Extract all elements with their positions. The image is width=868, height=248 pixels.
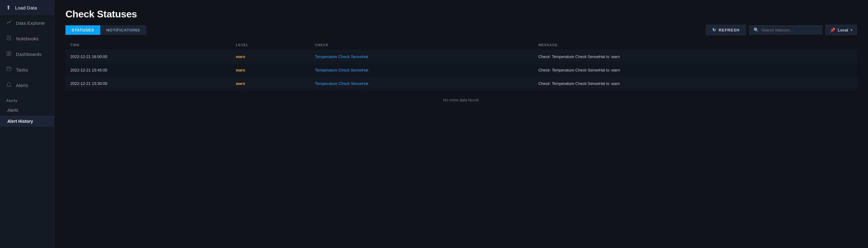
sidebar-item-alerts[interactable]: Alerts: [0, 78, 54, 93]
main-content: Check Statuses STATUSES NOTIFICATIONS ↻ …: [55, 0, 868, 248]
search-box: 🔍: [749, 25, 823, 35]
refresh-button[interactable]: ↻ REFRESH: [706, 25, 746, 35]
explorer-icon: [6, 20, 11, 27]
no-more-data: No more data found.: [65, 91, 857, 110]
cell-message: Check: Temperature Check SenseHat is: wa…: [533, 50, 857, 64]
refresh-icon: ↻: [712, 28, 716, 32]
svg-rect-8: [7, 67, 11, 71]
svg-rect-6: [7, 54, 8, 56]
search-icon: 🔍: [754, 28, 759, 32]
col-header-level: LEVEL: [231, 40, 310, 50]
sidebar-item-dashboards[interactable]: Dashboards: [0, 46, 54, 62]
tasks-icon: [6, 66, 11, 73]
tab-statuses[interactable]: STATUSES: [65, 25, 100, 35]
cell-level: warn: [231, 77, 310, 91]
sidebar: ⬆ Load Data Data Explorer Notebooks: [0, 0, 55, 248]
check-link[interactable]: Temperature Check SenseHat: [315, 55, 368, 59]
cell-check[interactable]: Temperature Check SenseHat: [310, 50, 534, 64]
sidebar-item-label: Alerts: [16, 83, 28, 88]
cell-level: warn: [231, 64, 310, 77]
sidebar-sub-item-label: Alerts: [7, 108, 18, 113]
notebooks-icon: [6, 35, 11, 42]
sidebar-sub-item-label: Alert History: [7, 119, 33, 124]
toolbar: STATUSES NOTIFICATIONS ↻ REFRESH 🔍 📌 Loc…: [55, 25, 868, 40]
sidebar-item-load-data[interactable]: ⬆ Load Data: [0, 0, 54, 15]
dashboards-icon: [6, 51, 11, 58]
svg-rect-7: [9, 54, 11, 56]
refresh-label: REFRESH: [719, 28, 740, 32]
cell-level: warn: [231, 50, 310, 64]
tab-group: STATUSES NOTIFICATIONS: [65, 25, 146, 35]
sidebar-sub-item-alert-history[interactable]: Alert History: [0, 116, 54, 127]
cell-time: 2022-12-21 15:45:00: [65, 64, 231, 77]
toolbar-right: ↻ REFRESH 🔍 📌 Local ▾: [706, 25, 857, 35]
col-header-time: TIME: [65, 40, 231, 50]
col-header-check: CHECK: [310, 40, 534, 50]
sidebar-item-tasks[interactable]: Tasks: [0, 62, 54, 78]
local-button[interactable]: 📌 Local ▾: [826, 25, 857, 35]
col-header-message: MESSAGE: [533, 40, 857, 50]
table-row: 2022-12-21 16:00:00warnTemperature Check…: [65, 50, 857, 64]
sidebar-item-notebooks[interactable]: Notebooks: [0, 31, 54, 46]
alerts-section-label: Alerts: [0, 93, 54, 105]
cell-message: Check: Temperature Check SenseHat is: wa…: [533, 64, 857, 77]
tab-notifications[interactable]: NOTIFICATIONS: [100, 25, 146, 35]
svg-rect-5: [9, 51, 11, 53]
svg-rect-4: [7, 51, 8, 53]
level-badge: warn: [236, 81, 245, 86]
alerts-icon: [6, 82, 11, 89]
table-header-row: TIME LEVEL CHECK MESSAGE: [65, 40, 857, 50]
level-badge: warn: [236, 68, 245, 72]
table-row: 2022-12-21 15:45:00warnTemperature Check…: [65, 64, 857, 77]
sidebar-item-label: Tasks: [16, 67, 28, 72]
pin-icon: 📌: [830, 28, 835, 32]
chevron-down-icon: ▾: [850, 28, 852, 32]
sidebar-item-data-explorer[interactable]: Data Explorer: [0, 15, 54, 31]
local-label: Local: [838, 28, 848, 32]
check-link[interactable]: Temperature Check SenseHat: [315, 81, 368, 86]
cell-check[interactable]: Temperature Check SenseHat: [310, 64, 534, 77]
sidebar-item-label: Dashboards: [16, 51, 41, 57]
check-link[interactable]: Temperature Check SenseHat: [315, 68, 368, 72]
page-title: Check Statuses: [65, 8, 857, 20]
sidebar-item-label: Load Data: [15, 5, 37, 10]
cell-message: Check: Temperature Check SenseHat is: wa…: [533, 77, 857, 91]
upload-icon: ⬆: [6, 4, 11, 11]
cell-check[interactable]: Temperature Check SenseHat: [310, 77, 534, 91]
data-table: TIME LEVEL CHECK MESSAGE 2022-12-21 16:0…: [65, 40, 857, 91]
table-container: TIME LEVEL CHECK MESSAGE 2022-12-21 16:0…: [55, 40, 868, 248]
page-header: Check Statuses: [55, 0, 868, 25]
cell-time: 2022-12-21 16:00:00: [65, 50, 231, 64]
cell-time: 2022-12-21 15:30:00: [65, 77, 231, 91]
sidebar-item-label: Notebooks: [16, 36, 38, 41]
table-row: 2022-12-21 15:30:00warnTemperature Check…: [65, 77, 857, 91]
level-badge: warn: [236, 55, 245, 59]
sidebar-item-label: Data Explorer: [16, 21, 45, 26]
sidebar-sub-item-alerts[interactable]: Alerts: [0, 105, 54, 116]
search-input[interactable]: [761, 28, 818, 32]
